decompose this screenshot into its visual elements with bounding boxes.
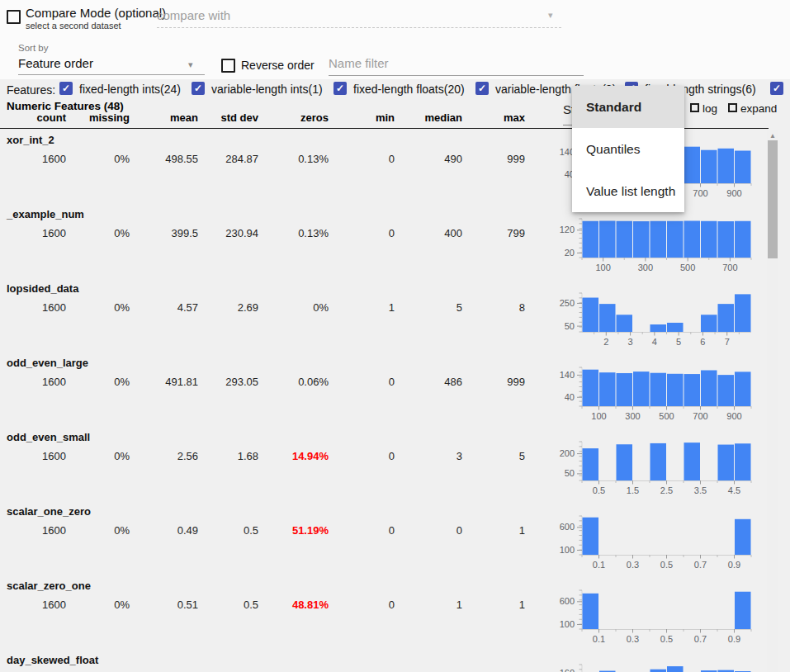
feature-histogram: 25050234567: [541, 283, 755, 353]
menu-item-quantiles[interactable]: Quantiles: [572, 128, 684, 170]
svg-text:20: 20: [565, 248, 575, 258]
name-filter-underline: [329, 75, 584, 76]
stat-value: 5: [462, 450, 525, 462]
stat-value: 490: [395, 153, 462, 165]
stat-value: 0.49: [130, 524, 198, 537]
svg-text:500: 500: [680, 263, 695, 272]
expand-checkbox[interactable]: expand: [728, 102, 777, 115]
feature-histogram: 14040100300500700900: [541, 357, 755, 427]
compare-with-select[interactable]: compare with: [157, 8, 230, 22]
stat-value: 1: [462, 599, 525, 611]
column-header-count: count: [0, 111, 66, 124]
sort-by-caret-icon: ▾: [188, 59, 193, 70]
stat-value: 1600: [0, 524, 66, 537]
scrollbar-thumb[interactable]: [768, 140, 778, 258]
log-checkbox[interactable]: log: [690, 102, 717, 115]
sort-by-label: Sort by: [18, 43, 48, 53]
svg-text:160: 160: [560, 668, 575, 672]
column-header-min: min: [329, 111, 395, 124]
feature-type-checkbox-var-floats[interactable]: ✓: [475, 82, 489, 95]
feature-type-checkbox-var-strings[interactable]: ✓: [770, 82, 783, 95]
svg-text:600: 600: [560, 522, 575, 532]
svg-text:0.5: 0.5: [593, 485, 605, 495]
feature-type-checkbox-fixed-floats[interactable]: ✓: [334, 82, 347, 95]
svg-text:100: 100: [595, 263, 610, 272]
reverse-order-checkbox[interactable]: [221, 59, 235, 73]
stat-value: 1: [395, 599, 462, 611]
svg-text:700: 700: [693, 411, 707, 421]
stat-value: 0: [329, 376, 395, 388]
chart-mode-menu: Standard Quantiles Value list length: [572, 86, 684, 212]
svg-text:700: 700: [693, 188, 707, 198]
stat-value: 0%: [258, 301, 329, 314]
stat-value: 999: [462, 153, 525, 165]
svg-text:3.5: 3.5: [694, 485, 707, 495]
stat-value: 1: [329, 301, 395, 314]
feature-name: day_skewed_float: [7, 654, 98, 666]
svg-text:0.1: 0.1: [593, 634, 605, 644]
histogram-chart: 1600.10.30.50.70.9: [541, 655, 755, 672]
stat-value: 4.57: [130, 301, 198, 314]
svg-text:50: 50: [565, 468, 575, 478]
column-header-median: median: [395, 111, 462, 124]
svg-text:0.9: 0.9: [728, 634, 740, 644]
stat-value: 0.13%: [258, 227, 329, 239]
stat-value: 1: [462, 524, 525, 537]
feature-histogram: 6001000.10.30.50.70.9: [541, 506, 755, 575]
svg-text:50: 50: [565, 321, 575, 331]
sort-by-select[interactable]: Feature order: [18, 56, 93, 70]
compare-mode-checkbox[interactable]: [7, 10, 21, 24]
stat-value: 0.13%: [258, 153, 329, 165]
stat-value: 0: [329, 599, 395, 611]
svg-text:6: 6: [700, 337, 705, 347]
stat-value: 1600: [0, 227, 66, 239]
feature-type-checkbox-fixed-ints[interactable]: ✓: [59, 82, 73, 95]
feature-type-label: fixed-length floats(20): [353, 83, 465, 96]
stat-value: 400: [395, 227, 462, 239]
svg-text:300: 300: [638, 263, 653, 272]
feature-type-label: fixed-length ints(24): [79, 83, 181, 96]
svg-text:1.5: 1.5: [627, 485, 639, 495]
stat-value: 0.06%: [258, 376, 329, 388]
log-label: log: [702, 102, 717, 115]
feature-stats: 16000%0.510.548.81%011: [0, 599, 525, 611]
feature-name: _example_num: [7, 208, 84, 220]
feature-type-checkbox-var-ints[interactable]: ✓: [192, 82, 205, 95]
reverse-order-label: Reverse order: [241, 59, 315, 72]
stat-value: 2.69: [198, 301, 258, 314]
stat-value: 0.5: [198, 599, 258, 611]
table-row: odd_even_small16000%2.561.6814.94%035200…: [0, 428, 767, 502]
stat-value: 0%: [66, 524, 130, 537]
stat-value: 293.05: [198, 376, 258, 388]
svg-text:600: 600: [560, 596, 575, 606]
stat-value: 999: [462, 376, 525, 388]
menu-item-standard[interactable]: Standard: [572, 86, 684, 128]
svg-text:0.3: 0.3: [627, 634, 639, 644]
features-bar-label: Features:: [7, 83, 55, 97]
table-row: odd_even_large16000%491.81293.050.06%048…: [0, 353, 767, 428]
svg-text:140: 140: [560, 370, 575, 380]
stat-value: 51.19%: [258, 524, 329, 537]
scrollbar-up-arrow[interactable]: ▲: [767, 131, 778, 140]
table-row: day_skewed_float1600.10.30.50.70.9: [0, 651, 767, 672]
svg-text:5: 5: [676, 337, 681, 347]
stat-value: 491.81: [130, 376, 198, 388]
stat-value: 799: [462, 227, 525, 239]
column-header-missing: missing: [66, 111, 130, 124]
feature-histogram: 1600.10.30.50.70.9: [541, 655, 755, 672]
stat-value: 1600: [0, 301, 66, 314]
menu-item-value-list-length[interactable]: Value list length: [572, 170, 684, 212]
table-row: lopsided_data16000%4.572.690%15825050234…: [0, 279, 767, 353]
svg-text:2: 2: [603, 337, 608, 347]
feature-stats: 16000%4.572.690%158: [0, 301, 525, 314]
stat-value: 0.5: [198, 524, 258, 537]
svg-text:0.5: 0.5: [660, 634, 673, 644]
name-filter-input[interactable]: [329, 56, 576, 70]
stat-value: 1600: [0, 599, 66, 611]
histogram-chart: 6001000.10.30.50.70.9: [541, 580, 755, 646]
svg-text:0.7: 0.7: [694, 560, 707, 570]
feature-name: scalar_zero_one: [7, 580, 91, 592]
svg-text:40: 40: [565, 392, 575, 402]
column-header-zeros: zeros: [258, 111, 329, 124]
compare-mode-subtitle: select a second dataset: [26, 21, 121, 31]
